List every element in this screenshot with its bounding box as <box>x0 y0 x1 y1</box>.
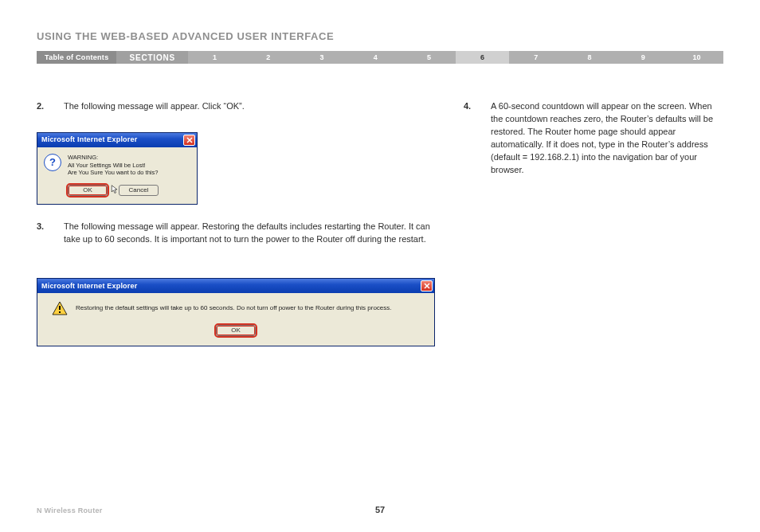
step-3-text: The following message will appear. Resto… <box>64 221 435 246</box>
nav-item-7[interactable]: 7 <box>509 51 562 64</box>
cancel-button[interactable]: Cancel <box>119 185 159 196</box>
content: 2. The following message will appear. Cl… <box>37 100 723 346</box>
nav-items: 1 2 3 4 5 6 7 8 9 10 <box>188 51 723 64</box>
nav-item-10[interactable]: 10 <box>670 51 723 64</box>
ok-button[interactable]: OK <box>216 325 256 336</box>
page-number: 57 <box>0 505 760 514</box>
nav-item-9[interactable]: 9 <box>617 51 670 64</box>
dialog-warning-line2: All Your Settings Will be Lost! <box>68 162 158 170</box>
dialog-warning-line1: WARNING: <box>68 154 158 162</box>
nav-item-2[interactable]: 2 <box>241 51 295 64</box>
dialog-warning-message: WARNING: All Your Settings Will be Lost!… <box>68 154 158 177</box>
dialog-restore-body: Restoring the default settings will take… <box>37 293 434 346</box>
dialog-restore-message: Restoring the default settings will take… <box>76 303 392 313</box>
dialog-restore-title: Microsoft Internet Explorer <box>41 281 137 291</box>
step-3: 3. The following message will appear. Re… <box>37 221 435 246</box>
nav-sections-label: SECTIONS <box>116 51 188 64</box>
warning-icon <box>52 301 68 315</box>
step-2: 2. The following message will appear. Cl… <box>37 100 435 113</box>
step-4: 4. A 60-second countdown will appear on … <box>464 100 723 177</box>
dialog-restore-titlebar: Microsoft Internet Explorer <box>37 279 434 293</box>
ok-button[interactable]: OK <box>68 185 108 196</box>
step-4-number: 4. <box>464 100 491 177</box>
nav-item-1[interactable]: 1 <box>188 51 241 64</box>
step-2-text: The following message will appear. Click… <box>64 100 435 113</box>
nav-item-4[interactable]: 4 <box>349 51 402 64</box>
left-column: 2. The following message will appear. Cl… <box>37 100 435 346</box>
close-icon[interactable] <box>421 280 433 291</box>
dialog-restore: Microsoft Internet Explorer Restoring th… <box>37 278 435 346</box>
right-column: 4. A 60-second countdown will appear on … <box>464 100 723 346</box>
cursor-icon <box>111 185 119 194</box>
dialog-warning-titlebar: Microsoft Internet Explorer <box>37 133 197 147</box>
dialog-warning-body: ? WARNING: All Your Settings Will be Los… <box>37 147 197 204</box>
nav-item-3[interactable]: 3 <box>295 51 348 64</box>
nav-item-6[interactable]: 6 <box>456 51 509 64</box>
step-2-number: 2. <box>37 100 64 113</box>
dialog-warning-title: Microsoft Internet Explorer <box>41 135 137 145</box>
step-4-text: A 60-second countdown will appear on the… <box>491 100 723 177</box>
dialog-warning-line3: Are You Sure You want to do this? <box>68 169 158 177</box>
dialog-warning: Microsoft Internet Explorer ? WARNING: A… <box>37 132 198 205</box>
close-icon[interactable] <box>183 135 195 146</box>
section-nav: Table of Contents SECTIONS 1 2 3 4 5 6 7… <box>37 51 723 64</box>
svg-rect-1 <box>59 311 61 313</box>
svg-rect-0 <box>59 306 61 310</box>
page-title: USING THE WEB-BASED ADVANCED USER INTERF… <box>37 30 334 42</box>
nav-item-5[interactable]: 5 <box>402 51 456 64</box>
question-icon: ? <box>44 154 61 171</box>
step-3-number: 3. <box>37 221 64 246</box>
nav-item-8[interactable]: 8 <box>562 51 616 64</box>
nav-toc[interactable]: Table of Contents <box>37 51 116 64</box>
